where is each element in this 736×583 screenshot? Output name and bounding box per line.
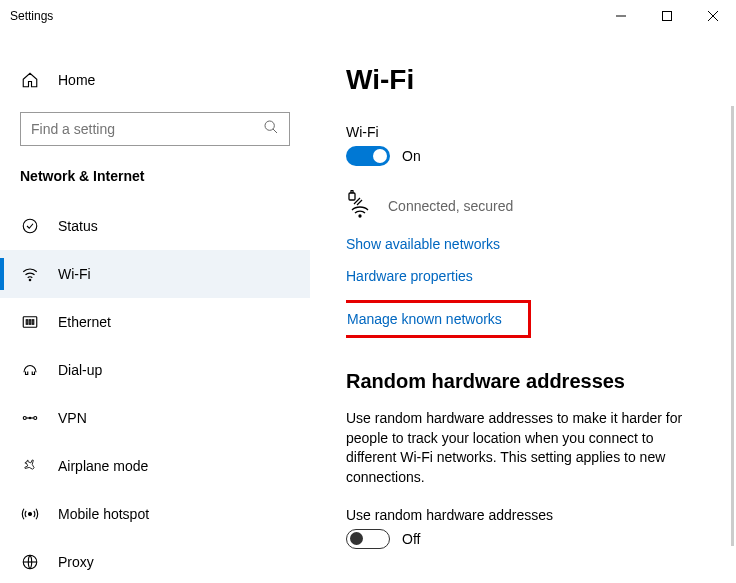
titlebar-controls — [598, 0, 736, 32]
svg-rect-1 — [663, 12, 672, 21]
sidebar-item-proxy[interactable]: Proxy — [0, 538, 310, 583]
sidebar-item-label: Mobile hotspot — [58, 506, 149, 522]
dialup-icon — [20, 360, 40, 380]
svg-rect-18 — [349, 193, 355, 200]
sidebar-item-airplane[interactable]: Airplane mode — [0, 442, 310, 490]
sidebar-item-dialup[interactable]: Dial-up — [0, 346, 310, 394]
sidebar-item-hotspot[interactable]: Mobile hotspot — [0, 490, 310, 538]
svg-point-13 — [34, 417, 37, 420]
settings-window: Settings Home — [0, 0, 736, 583]
random-hw-toggle-row: Off — [346, 529, 688, 549]
home-link[interactable]: Home — [0, 62, 310, 98]
search-icon — [263, 119, 279, 139]
page-title: Wi-Fi — [346, 64, 688, 96]
sidebar-item-status[interactable]: Status — [0, 202, 310, 250]
content-area: Wi-Fi Wi-Fi On Connected, secured — [310, 32, 736, 583]
content-scroll: Wi-Fi Wi-Fi On Connected, secured — [346, 64, 700, 583]
connection-status-row: Connected, secured — [346, 190, 688, 222]
ethernet-icon — [20, 312, 40, 332]
sidebar-item-label: Airplane mode — [58, 458, 148, 474]
sidebar-item-label: Dial-up — [58, 362, 102, 378]
sidebar-item-label: VPN — [58, 410, 87, 426]
minimize-button[interactable] — [598, 0, 644, 32]
svg-point-12 — [23, 417, 26, 420]
sidebar: Home Network & Internet Status — [0, 32, 310, 583]
nav-list: Status Wi-Fi Ethernet — [0, 202, 310, 583]
sidebar-item-wifi[interactable]: Wi-Fi — [0, 250, 310, 298]
home-icon — [20, 70, 40, 90]
wifi-icon — [20, 264, 40, 284]
svg-rect-8 — [23, 317, 37, 328]
wifi-toggle-row: On — [346, 146, 688, 166]
vpn-icon — [20, 408, 40, 428]
titlebar: Settings — [0, 0, 736, 32]
connection-status: Connected, secured — [388, 198, 513, 214]
airplane-icon — [20, 456, 40, 476]
proxy-icon — [20, 552, 40, 572]
search-box[interactable] — [20, 112, 290, 146]
hotspot-icon — [20, 504, 40, 524]
sidebar-item-vpn[interactable]: VPN — [0, 394, 310, 442]
search-input[interactable] — [31, 121, 263, 137]
svg-rect-10 — [29, 320, 31, 325]
status-icon — [20, 216, 40, 236]
random-hw-label: Use random hardware addresses — [346, 507, 688, 523]
svg-point-19 — [359, 215, 361, 217]
svg-point-7 — [29, 279, 31, 281]
random-hw-title: Random hardware addresses — [346, 370, 688, 393]
link-manage-known-networks[interactable]: Manage known networks — [347, 311, 502, 327]
wifi-toggle[interactable] — [346, 146, 390, 166]
svg-point-16 — [29, 513, 32, 516]
svg-line-5 — [273, 129, 277, 133]
sidebar-item-label: Status — [58, 218, 98, 234]
wifi-secured-icon — [346, 190, 374, 222]
random-hw-toggle[interactable] — [346, 529, 390, 549]
highlight-box: Manage known networks — [346, 300, 531, 338]
random-hw-toggle-state: Off — [402, 531, 420, 547]
maximize-button[interactable] — [644, 0, 690, 32]
svg-rect-11 — [32, 320, 34, 325]
svg-point-6 — [23, 219, 37, 233]
wifi-toggle-state: On — [402, 148, 421, 164]
sidebar-item-label: Ethernet — [58, 314, 111, 330]
wifi-label: Wi-Fi — [346, 124, 688, 140]
svg-rect-9 — [26, 320, 28, 325]
sidebar-item-ethernet[interactable]: Ethernet — [0, 298, 310, 346]
sidebar-item-label: Wi-Fi — [58, 266, 91, 282]
close-button[interactable] — [690, 0, 736, 32]
link-hardware-properties[interactable]: Hardware properties — [346, 268, 688, 284]
scrollbar[interactable] — [731, 106, 734, 546]
random-hw-description: Use random hardware addresses to make it… — [346, 409, 688, 487]
window-body: Home Network & Internet Status — [0, 32, 736, 583]
section-header: Network & Internet — [0, 168, 310, 202]
sidebar-item-label: Proxy — [58, 554, 94, 570]
link-show-available-networks[interactable]: Show available networks — [346, 236, 688, 252]
svg-point-4 — [265, 121, 274, 130]
home-label: Home — [58, 72, 95, 88]
window-title: Settings — [10, 9, 53, 23]
